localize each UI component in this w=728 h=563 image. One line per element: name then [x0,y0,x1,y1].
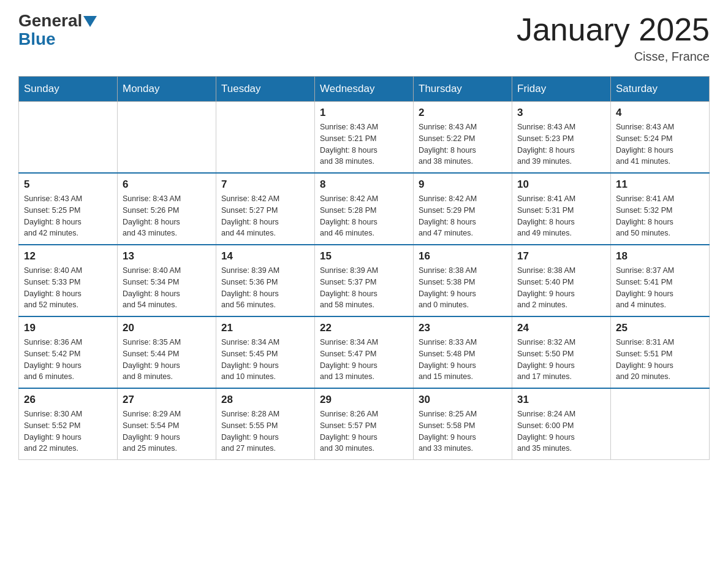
day-info: Sunrise: 8:34 AM Sunset: 5:45 PM Dayligh… [221,337,309,383]
day-number: 30 [419,394,507,406]
calendar-day-header-wednesday: Wednesday [315,77,414,102]
calendar-cell: 12Sunrise: 8:40 AM Sunset: 5:33 PM Dayli… [19,245,118,316]
day-number: 24 [517,322,605,334]
logo: General Blue [18,12,97,49]
day-number: 8 [320,178,408,191]
day-number: 25 [616,322,704,334]
day-number: 20 [123,322,211,334]
calendar-cell: 31Sunrise: 8:24 AM Sunset: 6:00 PM Dayli… [512,388,611,460]
day-info: Sunrise: 8:40 AM Sunset: 5:33 PM Dayligh… [24,265,112,311]
calendar-cell: 3Sunrise: 8:43 AM Sunset: 5:23 PM Daylig… [512,102,611,174]
svg-marker-0 [83,16,97,27]
day-info: Sunrise: 8:28 AM Sunset: 5:55 PM Dayligh… [221,408,309,454]
calendar-header-row: SundayMondayTuesdayWednesdayThursdayFrid… [19,77,710,102]
day-info: Sunrise: 8:42 AM Sunset: 5:29 PM Dayligh… [419,193,507,239]
day-info: Sunrise: 8:42 AM Sunset: 5:27 PM Dayligh… [221,193,309,239]
calendar-day-header-thursday: Thursday [414,77,512,102]
day-number: 15 [320,250,408,262]
day-number: 21 [221,322,309,334]
day-number: 6 [123,178,211,191]
day-number: 14 [221,250,309,262]
day-number: 10 [517,178,605,191]
calendar-cell: 14Sunrise: 8:39 AM Sunset: 5:36 PM Dayli… [216,245,315,316]
day-info: Sunrise: 8:34 AM Sunset: 5:47 PM Dayligh… [320,337,408,383]
calendar-cell: 10Sunrise: 8:41 AM Sunset: 5:31 PM Dayli… [512,173,611,245]
logo-triangle-icon [83,16,97,27]
day-number: 2 [419,107,507,119]
calendar-day-header-saturday: Saturday [611,77,710,102]
calendar-day-header-tuesday: Tuesday [216,77,315,102]
day-info: Sunrise: 8:37 AM Sunset: 5:41 PM Dayligh… [616,265,704,311]
day-info: Sunrise: 8:29 AM Sunset: 5:54 PM Dayligh… [123,408,211,454]
calendar-cell: 9Sunrise: 8:42 AM Sunset: 5:29 PM Daylig… [414,173,512,245]
calendar-cell: 8Sunrise: 8:42 AM Sunset: 5:28 PM Daylig… [315,173,414,245]
calendar-cell: 21Sunrise: 8:34 AM Sunset: 5:45 PM Dayli… [216,316,315,388]
calendar-cell: 16Sunrise: 8:38 AM Sunset: 5:38 PM Dayli… [414,245,512,316]
calendar-cell: 28Sunrise: 8:28 AM Sunset: 5:55 PM Dayli… [216,388,315,460]
calendar-cell: 11Sunrise: 8:41 AM Sunset: 5:32 PM Dayli… [611,173,710,245]
day-number: 18 [616,250,704,262]
month-title: January 2025 [517,12,710,47]
calendar-cell: 20Sunrise: 8:35 AM Sunset: 5:44 PM Dayli… [118,316,216,388]
day-number: 23 [419,322,507,334]
calendar-cell: 6Sunrise: 8:43 AM Sunset: 5:26 PM Daylig… [118,173,216,245]
day-info: Sunrise: 8:42 AM Sunset: 5:28 PM Dayligh… [320,193,408,239]
calendar-cell: 23Sunrise: 8:33 AM Sunset: 5:48 PM Dayli… [414,316,512,388]
day-number: 4 [616,107,704,119]
day-number: 11 [616,178,704,191]
calendar-week-5: 26Sunrise: 8:30 AM Sunset: 5:52 PM Dayli… [19,388,710,460]
day-number: 17 [517,250,605,262]
calendar-cell: 2Sunrise: 8:43 AM Sunset: 5:22 PM Daylig… [414,102,512,174]
calendar-cell: 24Sunrise: 8:32 AM Sunset: 5:50 PM Dayli… [512,316,611,388]
day-info: Sunrise: 8:25 AM Sunset: 5:58 PM Dayligh… [419,408,507,454]
day-info: Sunrise: 8:43 AM Sunset: 5:21 PM Dayligh… [320,121,408,167]
day-info: Sunrise: 8:39 AM Sunset: 5:36 PM Dayligh… [221,265,309,311]
day-info: Sunrise: 8:33 AM Sunset: 5:48 PM Dayligh… [419,337,507,383]
day-number: 1 [320,107,408,119]
day-info: Sunrise: 8:39 AM Sunset: 5:37 PM Dayligh… [320,265,408,311]
calendar-cell: 26Sunrise: 8:30 AM Sunset: 5:52 PM Dayli… [19,388,118,460]
day-info: Sunrise: 8:43 AM Sunset: 5:26 PM Dayligh… [123,193,211,239]
page-header: General Blue January 2025 Cisse, France [18,12,710,64]
calendar-cell: 7Sunrise: 8:42 AM Sunset: 5:27 PM Daylig… [216,173,315,245]
day-info: Sunrise: 8:43 AM Sunset: 5:22 PM Dayligh… [419,121,507,167]
day-info: Sunrise: 8:41 AM Sunset: 5:32 PM Dayligh… [616,193,704,239]
calendar-day-header-friday: Friday [512,77,611,102]
day-info: Sunrise: 8:31 AM Sunset: 5:51 PM Dayligh… [616,337,704,383]
calendar-cell: 25Sunrise: 8:31 AM Sunset: 5:51 PM Dayli… [611,316,710,388]
calendar-week-4: 19Sunrise: 8:36 AM Sunset: 5:42 PM Dayli… [19,316,710,388]
calendar-cell: 19Sunrise: 8:36 AM Sunset: 5:42 PM Dayli… [19,316,118,388]
day-info: Sunrise: 8:41 AM Sunset: 5:31 PM Dayligh… [517,193,605,239]
calendar-cell [118,102,216,174]
day-number: 12 [24,250,112,262]
calendar-cell: 4Sunrise: 8:43 AM Sunset: 5:24 PM Daylig… [611,102,710,174]
day-info: Sunrise: 8:43 AM Sunset: 5:23 PM Dayligh… [517,121,605,167]
calendar-cell: 27Sunrise: 8:29 AM Sunset: 5:54 PM Dayli… [118,388,216,460]
day-number: 3 [517,107,605,119]
day-number: 28 [221,394,309,406]
day-number: 29 [320,394,408,406]
calendar-cell: 1Sunrise: 8:43 AM Sunset: 5:21 PM Daylig… [315,102,414,174]
calendar-cell: 17Sunrise: 8:38 AM Sunset: 5:40 PM Dayli… [512,245,611,316]
calendar-week-1: 1Sunrise: 8:43 AM Sunset: 5:21 PM Daylig… [19,102,710,174]
calendar-cell: 18Sunrise: 8:37 AM Sunset: 5:41 PM Dayli… [611,245,710,316]
day-info: Sunrise: 8:36 AM Sunset: 5:42 PM Dayligh… [24,337,112,383]
day-number: 27 [123,394,211,406]
day-info: Sunrise: 8:43 AM Sunset: 5:25 PM Dayligh… [24,193,112,239]
calendar-cell [611,388,710,460]
day-number: 31 [517,394,605,406]
day-info: Sunrise: 8:38 AM Sunset: 5:40 PM Dayligh… [517,265,605,311]
calendar-cell [19,102,118,174]
day-info: Sunrise: 8:38 AM Sunset: 5:38 PM Dayligh… [419,265,507,311]
title-section: January 2025 Cisse, France [517,12,710,64]
day-info: Sunrise: 8:35 AM Sunset: 5:44 PM Dayligh… [123,337,211,383]
day-number: 7 [221,178,309,191]
calendar-table: SundayMondayTuesdayWednesdayThursdayFrid… [18,76,710,460]
calendar-week-3: 12Sunrise: 8:40 AM Sunset: 5:33 PM Dayli… [19,245,710,316]
day-number: 5 [24,178,112,191]
calendar-day-header-monday: Monday [118,77,216,102]
location: Cisse, France [517,50,710,64]
calendar-week-2: 5Sunrise: 8:43 AM Sunset: 5:25 PM Daylig… [19,173,710,245]
day-info: Sunrise: 8:30 AM Sunset: 5:52 PM Dayligh… [24,408,112,454]
calendar-cell [216,102,315,174]
